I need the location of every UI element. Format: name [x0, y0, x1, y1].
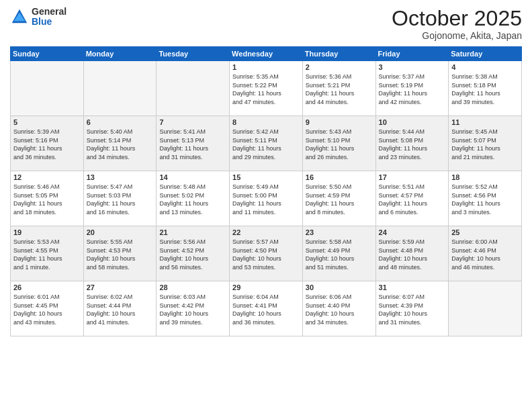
day-info: Sunrise: 5:41 AM Sunset: 5:13 PM Dayligh… — [159, 128, 226, 161]
day-number: 16 — [306, 173, 373, 181]
table-row: 12Sunrise: 5:46 AM Sunset: 5:05 PM Dayli… — [11, 171, 84, 226]
table-row: 1Sunrise: 5:35 AM Sunset: 5:22 PM Daylig… — [230, 61, 303, 116]
table-row: 2Sunrise: 5:36 AM Sunset: 5:21 PM Daylig… — [302, 61, 375, 116]
day-number: 26 — [13, 283, 81, 291]
day-number: 13 — [87, 173, 154, 181]
col-friday: Friday — [375, 47, 449, 61]
day-number: 31 — [379, 283, 446, 291]
day-info: Sunrise: 5:36 AM Sunset: 5:21 PM Dayligh… — [306, 73, 373, 106]
day-info: Sunrise: 5:57 AM Sunset: 4:50 PM Dayligh… — [232, 238, 300, 271]
table-row: 8Sunrise: 5:42 AM Sunset: 5:11 PM Daylig… — [230, 116, 303, 171]
day-info: Sunrise: 5:40 AM Sunset: 5:14 PM Dayligh… — [87, 128, 154, 161]
day-info: Sunrise: 5:47 AM Sunset: 5:03 PM Dayligh… — [87, 183, 154, 216]
table-row: 14Sunrise: 5:48 AM Sunset: 5:02 PM Dayli… — [157, 171, 230, 226]
table-row: 19Sunrise: 5:53 AM Sunset: 4:55 PM Dayli… — [11, 226, 84, 281]
day-info: Sunrise: 6:07 AM Sunset: 4:39 PM Dayligh… — [379, 293, 446, 326]
table-row: 11Sunrise: 5:45 AM Sunset: 5:07 PM Dayli… — [449, 116, 522, 171]
day-info: Sunrise: 6:02 AM Sunset: 4:44 PM Dayligh… — [87, 293, 154, 326]
day-number: 4 — [451, 63, 519, 71]
day-number: 22 — [232, 228, 300, 236]
day-info: Sunrise: 5:52 AM Sunset: 4:56 PM Dayligh… — [451, 183, 519, 216]
day-info: Sunrise: 5:44 AM Sunset: 5:08 PM Dayligh… — [379, 128, 446, 161]
table-row: 10Sunrise: 5:44 AM Sunset: 5:08 PM Dayli… — [375, 116, 449, 171]
day-info: Sunrise: 5:51 AM Sunset: 4:57 PM Dayligh… — [379, 183, 446, 216]
table-row: 9Sunrise: 5:43 AM Sunset: 5:10 PM Daylig… — [302, 116, 375, 171]
table-row: 27Sunrise: 6:02 AM Sunset: 4:44 PM Dayli… — [83, 281, 157, 336]
table-row: 3Sunrise: 5:37 AM Sunset: 5:19 PM Daylig… — [375, 61, 449, 116]
calendar-week-row: 12Sunrise: 5:46 AM Sunset: 5:05 PM Dayli… — [11, 171, 522, 226]
day-info: Sunrise: 6:03 AM Sunset: 4:42 PM Dayligh… — [159, 293, 226, 326]
calendar-subtitle: Gojonome, Akita, Japan — [392, 30, 522, 41]
day-number: 27 — [87, 283, 154, 291]
day-number: 12 — [13, 173, 81, 181]
day-number: 10 — [379, 118, 446, 126]
day-info: Sunrise: 6:06 AM Sunset: 4:40 PM Dayligh… — [306, 293, 373, 326]
day-number: 29 — [232, 283, 300, 291]
day-number: 15 — [232, 173, 300, 181]
day-number: 30 — [306, 283, 373, 291]
day-number: 8 — [232, 118, 300, 126]
col-thursday: Thursday — [302, 47, 375, 61]
table-row: 18Sunrise: 5:52 AM Sunset: 4:56 PM Dayli… — [449, 171, 522, 226]
header: General Blue October 2025 Gojonome, Akit… — [10, 7, 522, 41]
day-number: 20 — [87, 228, 154, 236]
day-info: Sunrise: 5:42 AM Sunset: 5:11 PM Dayligh… — [232, 128, 300, 161]
calendar-title: October 2025 — [392, 7, 522, 30]
col-saturday: Saturday — [449, 47, 522, 61]
calendar-table: Sunday Monday Tuesday Wednesday Thursday… — [10, 46, 522, 336]
table-row: 4Sunrise: 5:38 AM Sunset: 5:18 PM Daylig… — [449, 61, 522, 116]
table-row: 31Sunrise: 6:07 AM Sunset: 4:39 PM Dayli… — [375, 281, 449, 336]
table-row: 16Sunrise: 5:50 AM Sunset: 4:59 PM Dayli… — [302, 171, 375, 226]
day-number: 28 — [159, 283, 226, 291]
table-row — [11, 61, 84, 116]
day-number: 14 — [159, 173, 226, 181]
calendar-week-row: 1Sunrise: 5:35 AM Sunset: 5:22 PM Daylig… — [11, 61, 522, 116]
title-block: October 2025 Gojonome, Akita, Japan — [392, 7, 522, 41]
day-info: Sunrise: 5:45 AM Sunset: 5:07 PM Dayligh… — [451, 128, 519, 161]
day-info: Sunrise: 5:38 AM Sunset: 5:18 PM Dayligh… — [451, 73, 519, 106]
logo-blue: Blue — [32, 17, 66, 27]
table-row: 28Sunrise: 6:03 AM Sunset: 4:42 PM Dayli… — [157, 281, 230, 336]
table-row: 6Sunrise: 5:40 AM Sunset: 5:14 PM Daylig… — [83, 116, 157, 171]
day-info: Sunrise: 5:53 AM Sunset: 4:55 PM Dayligh… — [13, 238, 81, 271]
day-info: Sunrise: 6:01 AM Sunset: 4:45 PM Dayligh… — [13, 293, 81, 326]
logo-icon — [10, 7, 29, 26]
table-row: 7Sunrise: 5:41 AM Sunset: 5:13 PM Daylig… — [157, 116, 230, 171]
day-number: 18 — [451, 173, 519, 181]
day-number: 25 — [451, 228, 519, 236]
logo-text: General Blue — [32, 7, 66, 28]
calendar-week-row: 19Sunrise: 5:53 AM Sunset: 4:55 PM Dayli… — [11, 226, 522, 281]
table-row: 25Sunrise: 6:00 AM Sunset: 4:46 PM Dayli… — [449, 226, 522, 281]
logo-general: General — [32, 7, 66, 17]
table-row — [449, 281, 522, 336]
calendar-page: General Blue October 2025 Gojonome, Akit… — [0, 0, 532, 411]
table-row — [157, 61, 230, 116]
day-number: 19 — [13, 228, 81, 236]
table-row: 23Sunrise: 5:58 AM Sunset: 4:49 PM Dayli… — [302, 226, 375, 281]
calendar-week-row: 5Sunrise: 5:39 AM Sunset: 5:16 PM Daylig… — [11, 116, 522, 171]
day-number: 7 — [159, 118, 226, 126]
col-wednesday: Wednesday — [230, 47, 303, 61]
table-row: 21Sunrise: 5:56 AM Sunset: 4:52 PM Dayli… — [157, 226, 230, 281]
day-info: Sunrise: 5:35 AM Sunset: 5:22 PM Dayligh… — [232, 73, 300, 106]
day-number: 11 — [451, 118, 519, 126]
table-row: 26Sunrise: 6:01 AM Sunset: 4:45 PM Dayli… — [11, 281, 84, 336]
day-info: Sunrise: 5:59 AM Sunset: 4:48 PM Dayligh… — [379, 238, 446, 271]
day-info: Sunrise: 5:49 AM Sunset: 5:00 PM Dayligh… — [232, 183, 300, 216]
day-info: Sunrise: 5:56 AM Sunset: 4:52 PM Dayligh… — [159, 238, 226, 271]
day-info: Sunrise: 5:50 AM Sunset: 4:59 PM Dayligh… — [306, 183, 373, 216]
table-row: 15Sunrise: 5:49 AM Sunset: 5:00 PM Dayli… — [230, 171, 303, 226]
day-info: Sunrise: 5:43 AM Sunset: 5:10 PM Dayligh… — [306, 128, 373, 161]
day-info: Sunrise: 6:04 AM Sunset: 4:41 PM Dayligh… — [232, 293, 300, 326]
calendar-week-row: 26Sunrise: 6:01 AM Sunset: 4:45 PM Dayli… — [11, 281, 522, 336]
day-number: 24 — [379, 228, 446, 236]
day-info: Sunrise: 5:55 AM Sunset: 4:53 PM Dayligh… — [87, 238, 154, 271]
table-row: 30Sunrise: 6:06 AM Sunset: 4:40 PM Dayli… — [302, 281, 375, 336]
table-row: 29Sunrise: 6:04 AM Sunset: 4:41 PM Dayli… — [230, 281, 303, 336]
col-sunday: Sunday — [11, 47, 84, 61]
day-number: 2 — [306, 63, 373, 71]
col-monday: Monday — [83, 47, 157, 61]
day-info: Sunrise: 5:48 AM Sunset: 5:02 PM Dayligh… — [159, 183, 226, 216]
table-row: 22Sunrise: 5:57 AM Sunset: 4:50 PM Dayli… — [230, 226, 303, 281]
day-number: 3 — [379, 63, 446, 71]
